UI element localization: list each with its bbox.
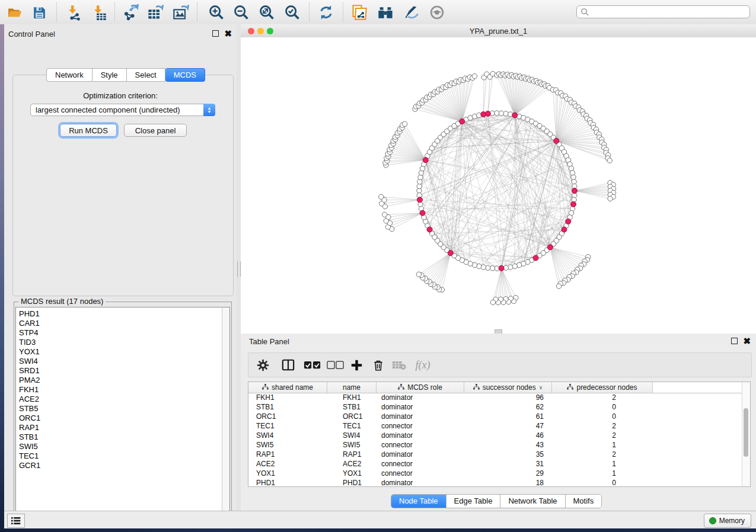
- tab-motifs[interactable]: Motifs: [566, 495, 602, 508]
- table-row[interactable]: PHD1PHD1dominator180: [248, 478, 742, 486]
- import-network-icon[interactable]: [65, 4, 82, 21]
- float-panel-icon[interactable]: [212, 30, 219, 37]
- table-row[interactable]: RAP1RAP1dominator352: [248, 450, 742, 459]
- graph-node[interactable]: [512, 264, 517, 268]
- graph-satellite-node[interactable]: [379, 194, 384, 199]
- float-panel-icon[interactable]: [731, 338, 738, 344]
- graph-satellite-node[interactable]: [608, 196, 613, 201]
- graph-mcds-node[interactable]: [423, 158, 428, 163]
- network-view[interactable]: [241, 37, 756, 334]
- zoom-out-icon[interactable]: [233, 4, 250, 21]
- table-row[interactable]: SWI5SWI5connector431: [248, 440, 742, 450]
- zoom-fit-icon[interactable]: [259, 4, 275, 21]
- graph-mcds-node[interactable]: [420, 210, 425, 216]
- scrollbar-thumb[interactable]: [744, 408, 748, 457]
- mcds-result-item[interactable]: STP4: [19, 328, 222, 338]
- column-header-shared-name[interactable]: shared name: [248, 382, 327, 393]
- open-folder-icon[interactable]: [7, 4, 23, 21]
- mcds-result-item[interactable]: STB1: [19, 432, 222, 442]
- function-icon[interactable]: f(x): [412, 357, 433, 373]
- graph-node[interactable]: [481, 265, 486, 270]
- graph-satellite-node[interactable]: [607, 158, 612, 163]
- import-table-icon[interactable]: [91, 4, 107, 21]
- hide-elements-icon[interactable]: [403, 4, 419, 21]
- mcds-result-item[interactable]: PMA2: [19, 376, 222, 385]
- graph-mcds-node[interactable]: [417, 197, 422, 203]
- zoom-selected-icon[interactable]: [284, 4, 301, 21]
- graph-mcds-node[interactable]: [533, 255, 538, 261]
- save-icon[interactable]: [31, 4, 47, 21]
- column-header-name[interactable]: name: [327, 382, 377, 393]
- task-history-button[interactable]: [7, 514, 25, 528]
- export-table-icon[interactable]: [147, 4, 164, 21]
- add-icon[interactable]: [349, 357, 364, 373]
- deselect-all-icon[interactable]: [326, 357, 345, 373]
- graph-satellite-node[interactable]: [402, 121, 407, 126]
- mcds-result-item[interactable]: YOX1: [19, 347, 222, 357]
- binoculars-icon[interactable]: [377, 4, 394, 21]
- graph-mcds-node[interactable]: [566, 219, 571, 224]
- search-input[interactable]: [576, 5, 750, 18]
- mcds-result-scrollbar[interactable]: [222, 307, 230, 519]
- mcds-result-item[interactable]: SRD1: [19, 366, 222, 376]
- table-row[interactable]: YOX1YOX1connector291: [248, 469, 742, 478]
- graph-mcds-node[interactable]: [485, 111, 490, 116]
- graph-satellite-node[interactable]: [490, 300, 495, 305]
- table-row[interactable]: SWI4SWI4dominator462: [248, 431, 742, 440]
- show-elements-icon[interactable]: [429, 4, 445, 21]
- export-network-icon[interactable]: [122, 4, 139, 21]
- column-header-predecessor-nodes[interactable]: predecessor nodes: [552, 382, 653, 393]
- column-header-MCDS-role[interactable]: MCDS role: [377, 382, 464, 393]
- graph-mcds-node[interactable]: [448, 251, 453, 256]
- refresh-icon[interactable]: [318, 4, 334, 21]
- graph-node[interactable]: [571, 175, 576, 180]
- graph-satellite-node[interactable]: [472, 73, 477, 78]
- graph-satellite-node[interactable]: [382, 212, 387, 217]
- graph-mcds-node[interactable]: [460, 118, 465, 124]
- graph-mcds-node[interactable]: [554, 138, 559, 143]
- select-all-icon[interactable]: [303, 357, 322, 373]
- mcds-result-item[interactable]: SWI4: [19, 357, 222, 366]
- tab-style[interactable]: Style: [92, 68, 127, 82]
- graph-satellite-node[interactable]: [416, 272, 421, 277]
- table-row[interactable]: ACE2ACE2connector311: [248, 459, 742, 469]
- graph-mcds-node[interactable]: [499, 265, 504, 271]
- graph-node[interactable]: [417, 180, 422, 184]
- tab-node-table[interactable]: Node Table: [391, 495, 446, 508]
- graph-node[interactable]: [486, 265, 490, 270]
- zoom-in-icon[interactable]: [208, 4, 225, 21]
- tab-network-table[interactable]: Network Table: [500, 495, 565, 508]
- node-table[interactable]: shared namenameMCDS rolesuccessor nodes∨…: [248, 382, 751, 487]
- clone-network-icon[interactable]: [351, 4, 368, 21]
- tab-mcds[interactable]: MCDS: [165, 68, 205, 82]
- gear-icon[interactable]: [256, 357, 270, 373]
- export-image-icon[interactable]: [173, 4, 189, 21]
- graph-mcds-node[interactable]: [547, 245, 553, 250]
- run-mcds-button[interactable]: Run MCDS: [60, 124, 117, 137]
- close-panel-icon[interactable]: ✖: [224, 31, 232, 36]
- delete-table-icon[interactable]: [391, 357, 407, 373]
- graph-node[interactable]: [503, 111, 508, 116]
- graph-mcds-node[interactable]: [571, 201, 576, 207]
- split-pane-divider[interactable]: [237, 24, 241, 511]
- graph-node[interactable]: [570, 171, 575, 175]
- table-row[interactable]: STB1STB1dominator620: [248, 402, 742, 412]
- mcds-result-item[interactable]: FKH1: [19, 385, 222, 395]
- mcds-result-item[interactable]: PHD1: [19, 309, 222, 319]
- mcds-result-item[interactable]: TEC1: [19, 451, 222, 461]
- tab-edge-table[interactable]: Edge Table: [446, 495, 501, 508]
- tab-network[interactable]: Network: [46, 68, 92, 82]
- criterion-select[interactable]: largest connected component (undirected)…: [30, 104, 215, 116]
- network-graph[interactable]: [241, 37, 756, 334]
- graph-mcds-node[interactable]: [512, 113, 518, 118]
- mcds-result-item[interactable]: ACE2: [19, 395, 222, 404]
- mcds-result-item[interactable]: GCR1: [19, 461, 222, 470]
- memory-button[interactable]: Memory: [704, 514, 751, 528]
- mcds-result-item[interactable]: CAR1: [19, 319, 222, 328]
- graph-node[interactable]: [508, 265, 513, 270]
- mcds-result-item[interactable]: STB5: [19, 404, 222, 414]
- graph-mcds-node[interactable]: [572, 188, 578, 194]
- graph-mcds-node[interactable]: [562, 227, 567, 232]
- tab-select[interactable]: Select: [127, 68, 165, 82]
- table-scrollbar[interactable]: [742, 382, 750, 486]
